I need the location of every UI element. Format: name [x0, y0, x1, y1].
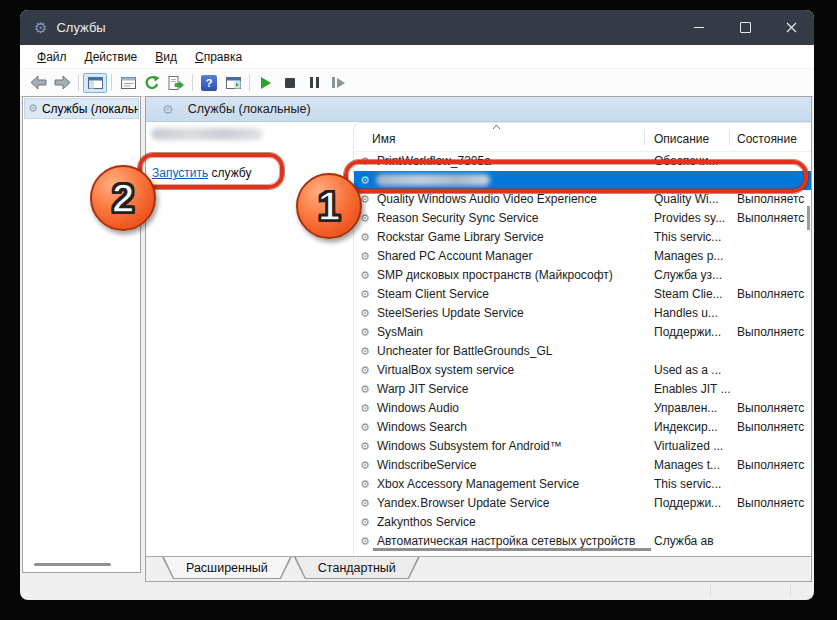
services-window: ⚙ Службы Файл Действие Вид Справка — [20, 10, 814, 600]
column-divider[interactable] — [644, 129, 645, 145]
properties-button[interactable] — [116, 72, 140, 94]
service-status: Выполняетс — [737, 287, 804, 301]
service-description: Manages p... — [654, 249, 723, 263]
service-status: Выполняетс — [737, 192, 804, 206]
service-description: Steam Clie... — [654, 287, 723, 301]
show-console-tree-button[interactable] — [83, 73, 107, 93]
service-row[interactable]: ⚙Xbox Accessory Management ServiceThis s… — [354, 475, 811, 494]
service-gear-icon: ⚙ — [360, 212, 370, 225]
service-name: Warp JIT Service — [377, 382, 468, 396]
list-horizontal-scrollbar[interactable] — [373, 548, 651, 551]
service-name: Shared PC Account Manager — [377, 249, 532, 263]
blurred-selected-service-title — [151, 128, 263, 140]
toolbar-separator — [111, 74, 112, 91]
service-name: WindscribeService — [377, 458, 476, 472]
service-gear-icon: ⚙ — [360, 459, 370, 472]
show-action-pane-button[interactable] — [221, 72, 245, 94]
minimize-button[interactable] — [676, 10, 722, 45]
service-row[interactable]: ⚙Zakynthos Service — [354, 513, 811, 532]
pause-icon — [310, 77, 319, 88]
service-name: Yandex.Browser Update Service — [377, 496, 550, 510]
service-name: Windows Search — [377, 420, 467, 434]
service-row[interactable]: ⚙Shared PC Account ManagerManages p... — [354, 247, 811, 266]
service-gear-icon: ⚙ — [360, 307, 370, 320]
service-row[interactable]: ⚙VirtualBox system serviceUsed as a ... — [354, 361, 811, 380]
start-icon — [261, 77, 271, 89]
menu-view[interactable]: Вид — [146, 50, 186, 64]
tree-horizontal-scrollbar[interactable] — [34, 563, 111, 566]
help-icon: ? — [201, 75, 217, 91]
menu-help[interactable]: Справка — [186, 50, 251, 64]
column-header-name[interactable]: Имя — [372, 132, 395, 146]
service-description: Индексир... — [654, 420, 718, 434]
service-description: This servic... — [654, 477, 721, 491]
column-header-status[interactable]: Состояние — [737, 132, 797, 146]
service-row[interactable]: ⚙Steam Client ServiceSteam Clie...Выполн… — [354, 285, 811, 304]
refresh-icon — [144, 75, 160, 91]
menu-file[interactable]: Файл — [28, 50, 76, 64]
menu-file-label: Ф — [37, 50, 46, 64]
service-row[interactable]: ⚙Reason Security Sync ServiceProvides sy… — [354, 209, 811, 228]
service-gear-icon: ⚙ — [360, 269, 370, 282]
service-description: Служба уз... — [654, 268, 722, 282]
toolbar-separator — [78, 74, 79, 91]
service-status: Выполняетс — [737, 401, 804, 415]
help-button[interactable]: ? — [197, 72, 221, 94]
service-name: Reason Security Sync Service — [377, 211, 538, 225]
list-vertical-scrollbar[interactable] — [807, 206, 810, 230]
service-row[interactable]: ⚙Yandex.Browser Update ServiceПоддержи..… — [354, 494, 811, 513]
stop-service-button[interactable] — [278, 72, 302, 94]
service-status: Выполняетс — [737, 211, 804, 225]
export-list-button[interactable] — [164, 72, 188, 94]
maximize-button[interactable] — [722, 10, 768, 45]
tab-extended[interactable]: Расширенный — [162, 557, 292, 579]
services-gear-icon: ⚙ — [28, 102, 38, 115]
service-list-rows: ⚙PrintWorkflow_7305aОбеспечи...⚙⚙Quality… — [354, 152, 811, 551]
close-button[interactable] — [768, 10, 814, 45]
service-row[interactable]: ⚙SteelSeries Update ServiceHandles u... — [354, 304, 811, 323]
service-row[interactable]: ⚙Windows SearchИндексир...Выполняетс — [354, 418, 811, 437]
service-name: Windows Subsystem for Android™ — [377, 439, 562, 453]
pause-service-button[interactable] — [302, 72, 326, 94]
service-description: Virtualized ... — [654, 439, 723, 453]
start-service-button[interactable] — [254, 72, 278, 94]
forward-button[interactable] — [50, 72, 74, 94]
toolbar-separator — [249, 74, 250, 91]
service-description: Provides sy... — [654, 211, 725, 225]
service-gear-icon: ⚙ — [360, 364, 370, 377]
service-row[interactable]: ⚙Rockstar Game Library ServiceThis servi… — [354, 228, 811, 247]
annotation-rect-selected-service — [344, 160, 808, 193]
refresh-button[interactable] — [140, 72, 164, 94]
main-panel-title: Службы (локальные) — [188, 102, 311, 116]
service-name: Steam Client Service — [377, 287, 489, 301]
service-name: Xbox Accessory Management Service — [377, 477, 579, 491]
service-row[interactable]: ⚙SMP дисковых пространств (Майкрософт)Сл… — [354, 266, 811, 285]
column-header-description[interactable]: Описание — [654, 132, 709, 146]
service-description: Handles u... — [654, 306, 718, 320]
service-row[interactable]: ⚙SysMainПоддержи...Выполняетс — [354, 323, 811, 342]
restart-service-button[interactable] — [326, 72, 350, 94]
service-row[interactable]: ⚙WindscribeServiceManages t...Выполняетс — [354, 456, 811, 475]
service-row[interactable]: ⚙Windows Subsystem for Android™Virtualiz… — [354, 437, 811, 456]
list-header: Имя Описание Состояние — [354, 123, 811, 152]
service-row[interactable]: ⚙Warp JIT ServiceEnables JIT ... — [354, 380, 811, 399]
menu-action[interactable]: Действие — [76, 50, 147, 64]
tab-standard[interactable]: Стандартный — [294, 557, 420, 579]
back-icon — [30, 75, 47, 90]
properties-icon — [121, 77, 136, 89]
service-gear-icon: ⚙ — [360, 497, 370, 510]
toolbar-separator — [192, 74, 193, 91]
service-status: Выполняетс — [737, 458, 804, 472]
service-row[interactable]: ⚙Windows AudioУправлен...Выполняетс — [354, 399, 811, 418]
service-gear-icon: ⚙ — [360, 440, 370, 453]
column-divider[interactable] — [729, 129, 730, 145]
service-name: Windows Audio — [377, 401, 459, 415]
tree-item-services-local[interactable]: ⚙ Службы (локальны — [24, 98, 139, 119]
statusbar-divider — [710, 585, 711, 596]
service-row[interactable]: ⚙Uncheater for BattleGrounds_GL — [354, 342, 811, 361]
service-name: VirtualBox system service — [377, 363, 514, 377]
service-gear-icon: ⚙ — [360, 478, 370, 491]
menu-action-label: Д — [85, 50, 93, 64]
back-button[interactable] — [26, 72, 50, 94]
service-status: Выполняетс — [737, 420, 804, 434]
